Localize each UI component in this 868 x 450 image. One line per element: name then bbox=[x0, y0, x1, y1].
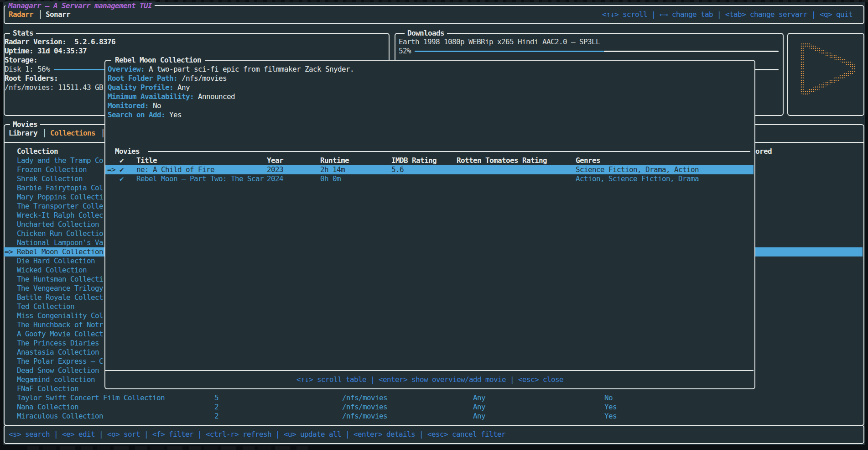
tab-sonarr[interactable]: Sonarr bbox=[46, 10, 70, 19]
movie-check: ✔ bbox=[120, 174, 124, 183]
collection-row[interactable]: Nana Collection2/nfs/moviesAnyYes bbox=[0, 403, 868, 412]
modal-field-label: Overview: bbox=[108, 65, 145, 74]
tab-collections[interactable]: Collections bbox=[50, 129, 95, 138]
modal-title-column-header: Title bbox=[136, 156, 157, 165]
collection-name: The Princess Diaries bbox=[17, 339, 99, 348]
collection-name: The Hunchback of Notr bbox=[17, 320, 103, 330]
footer-keybinds-help: <s> search | <e> edit | <o> sort | <f> f… bbox=[9, 430, 505, 439]
modal-field: Search on Add:Yes bbox=[0, 110, 868, 120]
collection-monitored: No bbox=[604, 393, 613, 403]
movie-genres: Action, Science Fiction, Drama bbox=[576, 174, 699, 183]
collection-name: Dead Snow Collection bbox=[17, 366, 99, 375]
modal-field-label: Minimum Availability: bbox=[108, 92, 194, 101]
modal-field: Root Folder Path:/nfs/movies bbox=[0, 74, 868, 83]
collection-name: Miss Congeniality Col bbox=[17, 311, 103, 320]
collection-monitored: Yes bbox=[604, 412, 617, 421]
collection-root-folder: /nfs/movies bbox=[342, 403, 387, 412]
modal-field-value: /nfs/movies bbox=[182, 74, 227, 83]
modal-field-label: Search on Add: bbox=[108, 110, 165, 120]
collection-movie-count: 2 bbox=[214, 403, 218, 412]
collection-name: Miraculous Collection bbox=[17, 412, 103, 421]
movie-title: Rebel Moon – Part Two: The Scar bbox=[136, 174, 264, 183]
movie-year: 2023 bbox=[267, 165, 283, 174]
collection-name: Barbie Fairytopia Col bbox=[17, 183, 103, 193]
collection-name: The Vengeance Trilogy bbox=[17, 284, 103, 293]
tab-library[interactable]: Library bbox=[9, 129, 37, 138]
modal-field: Overview:A two-part sci-fi epic from fil… bbox=[0, 65, 868, 74]
collection-movie-count: 2 bbox=[214, 412, 218, 421]
tab-divider: │ bbox=[38, 10, 42, 19]
modal-field: Quality Profile:Any bbox=[0, 83, 868, 92]
modal-field-label: Quality Profile: bbox=[108, 83, 173, 92]
modal-movie-row[interactable]: =>✔ne: A Child of Fire20232h 14m5.6Scien… bbox=[0, 165, 868, 174]
collection-name: The Transporter Colle bbox=[17, 202, 103, 211]
movie-genres: Science Fiction, Drama, Action bbox=[576, 165, 699, 174]
collection-name: The Huntsman Collecti bbox=[17, 275, 103, 284]
collection-quality-profile: Any bbox=[473, 393, 485, 403]
servarr-tabs: Radarr │ Sonarr <↑↓> scroll | ←→ change … bbox=[0, 10, 868, 19]
modal-movie-row[interactable]: ✔Rebel Moon – Part Two: The Scar20240h 0… bbox=[0, 174, 868, 183]
movie-runtime: 0h 0m bbox=[320, 174, 341, 183]
global-keybinds-help: <↑↓> scroll | ←→ change tab | <tab> chan… bbox=[602, 10, 852, 19]
download-item: Earth 1998 1080p WEBRip x265 Hindi AAC2.… bbox=[0, 37, 868, 47]
collection-name: Uncharted Collection bbox=[17, 220, 99, 229]
modal-movies-table-bottom-border bbox=[105, 370, 754, 371]
collection-root-folder: /nfs/movies bbox=[342, 393, 387, 403]
modal-field-label: Monitored: bbox=[108, 101, 149, 110]
collection-quality-profile: Any bbox=[473, 412, 485, 421]
download-name: Earth 1998 1080p WEBRip x265 Hindi AAC2.… bbox=[399, 37, 600, 47]
stats-panel-title: Stats bbox=[10, 29, 36, 38]
movies-panel-title: Movies bbox=[10, 120, 40, 129]
movies-tab-divider-1: │ bbox=[42, 129, 47, 138]
modal-rotten-tomatoes-rating-column-header: Rotten Tomatoes Rating bbox=[457, 156, 547, 165]
modal-field-value: Announced bbox=[198, 92, 235, 101]
download-gauge-fill bbox=[415, 51, 604, 52]
modal-keybinds-help: <↑↓> scroll table | <enter> show overvie… bbox=[296, 375, 563, 384]
modal-field-label: Root Folder Path: bbox=[108, 74, 177, 83]
collection-name: A Goofy Movie Collect bbox=[17, 330, 103, 339]
collection-name: Die Hard Collection bbox=[17, 256, 95, 266]
modal-field-value: A two-part sci-fi epic from filmmaker Za… bbox=[149, 65, 354, 74]
collection-name: Anastasia Collection bbox=[17, 348, 99, 357]
collection-row[interactable]: Taylor Swift Concert Film Collection5/nf… bbox=[0, 393, 868, 403]
modal-imdb-rating-column-header: IMDB Rating bbox=[391, 156, 437, 165]
modal-field-value: No bbox=[153, 101, 161, 110]
cropped-text-remnant-bottom bbox=[27, 446, 310, 450]
downloads-panel-title: Downloads bbox=[405, 29, 447, 38]
modal-field-value: Yes bbox=[169, 110, 182, 120]
collection-name: Wicked Collection bbox=[17, 266, 87, 275]
tab-radarr[interactable]: Radarr bbox=[9, 10, 33, 19]
collection-name: Ted Collection bbox=[17, 302, 74, 311]
collection-row[interactable]: Miraculous Collection2/nfs/moviesAnyYes bbox=[0, 412, 868, 421]
download-gauge-rest bbox=[604, 51, 779, 52]
collection-name: The Polar Express – C bbox=[17, 357, 103, 366]
collection-name: Taylor Swift Concert Film Collection bbox=[17, 393, 165, 403]
movie-runtime: 2h 14m bbox=[320, 165, 345, 174]
modal-field: Monitored:No bbox=[0, 101, 868, 110]
collection-quality-profile: Any bbox=[473, 403, 485, 412]
collection-root-folder: /nfs/movies bbox=[342, 412, 387, 421]
collection-name: Mary Poppins Collecti bbox=[17, 193, 103, 202]
selected-row-marker: => bbox=[5, 247, 13, 256]
collection-name: Nana Collection bbox=[17, 403, 78, 412]
movie-year: 2024 bbox=[267, 174, 283, 183]
collection-name: Rebel Moon Collection bbox=[17, 247, 103, 256]
collection-name: National Lampoon's Va bbox=[17, 238, 103, 247]
modal-year-column-header: Year bbox=[267, 156, 283, 165]
movie-check: ✔ bbox=[120, 165, 124, 174]
movie-title: ne: A Child of Fire bbox=[136, 165, 214, 174]
collection-movie-count: 5 bbox=[214, 393, 218, 403]
modal-selected-row-marker: => bbox=[107, 165, 115, 174]
app-title: Managarr — A Servarr management TUI bbox=[5, 1, 155, 10]
modal-field: Minimum Availability:Announced bbox=[0, 92, 868, 101]
modal-field-value: Any bbox=[177, 83, 190, 92]
modal-genres-column-header: Genres bbox=[576, 156, 600, 165]
collection-monitored: Yes bbox=[604, 403, 617, 412]
modal-movies-table-title: Movies bbox=[115, 147, 140, 156]
collection-column-header: Collection bbox=[17, 147, 58, 156]
terminal-screen: Managarr — A Servarr management TUI Rada… bbox=[0, 0, 868, 450]
download-percent: 52% bbox=[399, 47, 411, 56]
modal-title: Rebel Moon Collection bbox=[111, 56, 205, 65]
collection-name: FNaF Collection bbox=[17, 384, 78, 393]
modal-movies-table-top-border bbox=[148, 151, 750, 152]
